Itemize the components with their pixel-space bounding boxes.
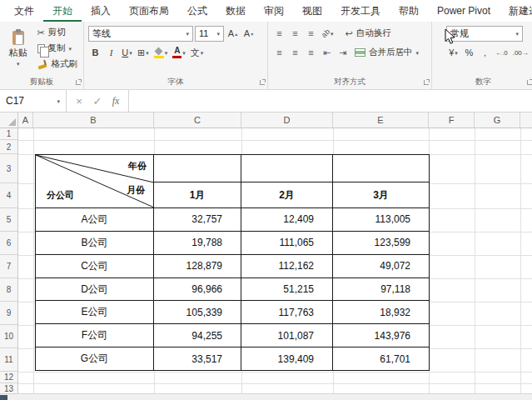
company-cell[interactable]: G公司	[36, 348, 154, 370]
row-header-5[interactable]: 5	[0, 208, 17, 232]
bold-button[interactable]: B	[88, 45, 102, 61]
value-cell[interactable]: 112,162	[241, 255, 333, 278]
tab-开始[interactable]: 开始	[43, 0, 82, 22]
row-header-9[interactable]: 9	[0, 302, 17, 325]
percent-style-button[interactable]: %	[462, 45, 476, 61]
tab-文件[interactable]: 文件	[5, 0, 43, 22]
company-cell[interactable]: A公司	[36, 208, 154, 231]
table-empty-cell[interactable]	[241, 155, 333, 182]
value-cell[interactable]: 94,255	[154, 324, 241, 347]
month-header-cell[interactable]: 2月	[241, 182, 333, 208]
copy-button[interactable]: 复制 ▾	[36, 41, 80, 56]
value-cell[interactable]: 111,065	[241, 232, 333, 254]
value-cell[interactable]: 113,005	[333, 208, 429, 231]
month-header-cell[interactable]: 3月	[333, 182, 429, 208]
formula-input[interactable]	[129, 90, 532, 112]
column-header-B[interactable]: B	[33, 112, 154, 128]
font-color-button[interactable]: A ▾	[171, 45, 187, 61]
company-cell[interactable]: B公司	[36, 232, 154, 254]
value-cell[interactable]: 101,087	[241, 324, 333, 347]
row-header-2[interactable]: 2	[0, 140, 17, 154]
tab-开发工具[interactable]: 开发工具	[331, 0, 390, 22]
row-header-3[interactable]: 3	[0, 154, 17, 183]
value-cell[interactable]: 143,976	[333, 324, 429, 347]
underline-button[interactable]: U ▾	[120, 45, 134, 61]
align-right-button[interactable]: ≡	[304, 45, 318, 61]
value-cell[interactable]: 61,701	[333, 348, 429, 370]
company-cell[interactable]: D公司	[36, 278, 154, 301]
tab-审阅[interactable]: 审阅	[255, 0, 293, 22]
font-size-select[interactable]: 11 ▾	[195, 26, 224, 42]
tab-公式[interactable]: 公式	[178, 0, 216, 22]
value-cell[interactable]: 139,409	[241, 348, 333, 370]
value-cell[interactable]: 123,599	[333, 232, 429, 254]
value-cell[interactable]: 105,339	[154, 301, 241, 323]
value-cell[interactable]: 51,215	[241, 278, 333, 301]
row-header-10[interactable]: 10	[0, 325, 17, 348]
month-header-cell[interactable]: 1月	[154, 182, 241, 208]
cancel-button[interactable]: ×	[70, 95, 88, 108]
tab-页面布局[interactable]: 页面布局	[120, 0, 178, 22]
value-cell[interactable]: 32,757	[154, 208, 241, 231]
enter-button[interactable]: ✓	[88, 95, 107, 108]
name-box[interactable]: C17 ▾	[0, 90, 67, 112]
value-cell[interactable]: 117,763	[241, 301, 333, 323]
dialog-launcher-icon[interactable]	[76, 80, 81, 85]
tab-帮助[interactable]: 帮助	[390, 0, 428, 22]
merge-center-button[interactable]: 合并后居中 ▾	[353, 45, 420, 60]
tab-视图[interactable]: 视图	[293, 0, 331, 22]
italic-button[interactable]: I	[104, 45, 118, 61]
value-cell[interactable]: 96,966	[154, 278, 241, 301]
decrease-font-size-button[interactable]: A▾	[241, 26, 256, 42]
insert-function-button[interactable]: fx	[107, 95, 125, 108]
increase-font-size-button[interactable]: A▴	[226, 26, 240, 42]
phonetic-guide-button[interactable]: 文 ▾	[189, 45, 206, 61]
font-name-select[interactable]: 等线 ▾	[88, 26, 193, 42]
number-format-select[interactable]: 常规 ▾	[446, 26, 523, 42]
increase-indent-button[interactable]: ⇥	[336, 45, 350, 61]
wrap-text-button[interactable]: ↩ 自动换行	[344, 26, 393, 41]
align-bottom-button[interactable]: ≡	[304, 26, 318, 42]
cut-button[interactable]: ✂ 剪切	[36, 25, 80, 40]
dialog-launcher-icon[interactable]	[424, 80, 429, 85]
value-cell[interactable]: 49,072	[333, 255, 429, 278]
value-cell[interactable]: 12,409	[241, 208, 333, 231]
select-all-corner[interactable]	[0, 112, 18, 128]
comma-style-button[interactable]: ,	[478, 45, 492, 61]
sheet-nav-block[interactable]	[0, 395, 7, 400]
column-header-F[interactable]: F	[429, 112, 475, 128]
orientation-button[interactable]: ab ▾	[320, 26, 336, 42]
diagonal-header-cell[interactable]: 年份 月份 分公司	[36, 155, 154, 208]
column-header-A[interactable]: A	[18, 112, 33, 128]
table-empty-cell[interactable]	[154, 155, 241, 182]
value-cell[interactable]: 19,788	[154, 232, 241, 254]
row-header-7[interactable]: 7	[0, 255, 17, 278]
decrease-decimal-button[interactable]: .00→	[511, 45, 530, 61]
paste-button[interactable]: 粘贴 ▾	[4, 25, 32, 72]
column-header-C[interactable]: C	[154, 112, 241, 128]
borders-button[interactable]: ⊞ ▾	[136, 45, 151, 61]
tab-新建选项卡[interactable]: 新建选项卡	[500, 0, 532, 22]
align-center-button[interactable]: ≡	[288, 45, 302, 61]
align-left-button[interactable]: ≡	[272, 45, 286, 61]
tab-插入[interactable]: 插入	[82, 0, 120, 22]
accounting-format-button[interactable]: ¥ ▾	[446, 45, 460, 61]
company-cell[interactable]: C公司	[36, 255, 154, 278]
column-header-E[interactable]: E	[333, 112, 429, 128]
fill-color-button[interactable]: ▾	[152, 45, 170, 61]
value-cell[interactable]: 18,932	[333, 301, 429, 323]
dialog-launcher-icon[interactable]	[260, 80, 265, 85]
value-cell[interactable]: 128,879	[154, 255, 241, 278]
dialog-launcher-icon[interactable]	[527, 80, 532, 85]
company-cell[interactable]: F公司	[36, 324, 154, 347]
row-header-11[interactable]: 11	[0, 348, 17, 372]
row-header-12[interactable]: 12	[0, 372, 17, 383]
increase-decimal-button[interactable]: ←.0	[494, 45, 510, 61]
tab-Power Pivot[interactable]: Power Pivot	[428, 0, 500, 22]
row-header-1[interactable]: 1	[0, 128, 17, 140]
decrease-indent-button[interactable]: ⇤	[320, 45, 334, 61]
tab-数据[interactable]: 数据	[216, 0, 255, 22]
company-cell[interactable]: E公司	[36, 301, 154, 323]
row-header-13[interactable]: 13	[0, 383, 17, 393]
table-empty-cell[interactable]	[333, 155, 429, 182]
